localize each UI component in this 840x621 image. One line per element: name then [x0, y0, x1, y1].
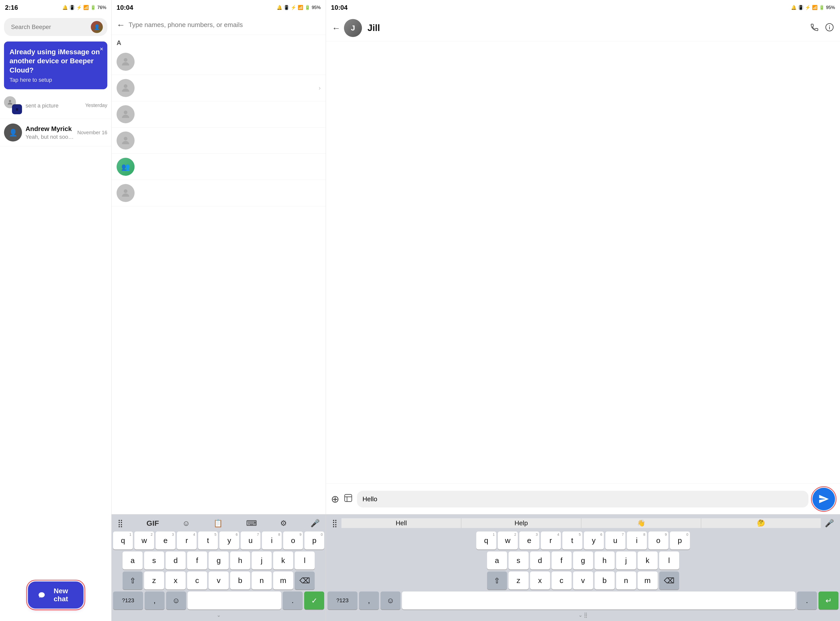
- keyboard-clipboard-icon[interactable]: 📋: [211, 518, 225, 529]
- key-c[interactable]: c: [187, 571, 207, 589]
- key-space[interactable]: [188, 592, 281, 609]
- key3-symbols[interactable]: ?123: [327, 592, 357, 609]
- contact-item[interactable]: [112, 127, 326, 154]
- key3-space[interactable]: [402, 592, 796, 609]
- key-l[interactable]: l: [295, 551, 315, 570]
- add-button[interactable]: ⊕: [331, 494, 339, 504]
- keyboard-hide-btn-3[interactable]: ⌄ ⣿: [327, 610, 839, 619]
- key3-enter[interactable]: ↵: [819, 592, 838, 609]
- search-bar[interactable]: 👤: [4, 18, 107, 36]
- suggestion-help[interactable]: Help: [461, 518, 581, 528]
- keyboard-apps-icon[interactable]: ⣿: [115, 518, 125, 529]
- sticker-button[interactable]: [343, 493, 353, 505]
- key-r[interactable]: 4r: [177, 532, 197, 550]
- key3-i[interactable]: 8i: [627, 532, 647, 550]
- key-a[interactable]: a: [123, 551, 143, 570]
- key3-t[interactable]: 5t: [562, 532, 582, 550]
- key-e[interactable]: 3e: [156, 532, 175, 550]
- key-x[interactable]: x: [166, 571, 185, 589]
- key-v[interactable]: v: [209, 571, 229, 589]
- search-input[interactable]: [11, 24, 86, 30]
- key-backspace[interactable]: ⌫: [295, 571, 315, 589]
- key-enter[interactable]: ✓: [304, 592, 324, 609]
- keyboard-apps-icon-3[interactable]: ⣿: [330, 518, 339, 529]
- key-symbols[interactable]: ?123: [113, 592, 143, 609]
- key3-h[interactable]: h: [595, 551, 615, 570]
- key-m[interactable]: m: [273, 571, 293, 589]
- key-s[interactable]: s: [144, 551, 164, 570]
- jill-avatar[interactable]: J: [344, 19, 362, 37]
- key-d[interactable]: d: [166, 551, 185, 570]
- key3-v[interactable]: v: [573, 571, 593, 589]
- key3-k[interactable]: k: [638, 551, 658, 570]
- suggestion-wave[interactable]: 👋: [581, 518, 701, 528]
- key3-m[interactable]: m: [638, 571, 658, 589]
- key-j[interactable]: j: [252, 551, 272, 570]
- key3-z[interactable]: z: [509, 571, 529, 589]
- contact-item[interactable]: ›: [112, 75, 326, 101]
- imessage-banner[interactable]: × Already using iMessage on another devi…: [4, 41, 107, 89]
- message-input[interactable]: [357, 491, 808, 507]
- key-f[interactable]: f: [187, 551, 207, 570]
- contact-item[interactable]: [112, 180, 326, 206]
- key3-w[interactable]: 2w: [498, 532, 518, 550]
- recipient-input[interactable]: [129, 21, 321, 29]
- key3-l[interactable]: l: [659, 551, 679, 570]
- user-avatar[interactable]: 👤: [91, 21, 103, 33]
- key3-r[interactable]: 4r: [541, 532, 561, 550]
- chat-item[interactable]: ≡ sent a picture Yesterday: [0, 92, 111, 119]
- key-y[interactable]: 6y: [219, 532, 239, 550]
- key3-x[interactable]: x: [530, 571, 550, 589]
- key3-q[interactable]: 1q: [476, 532, 496, 550]
- banner-close-button[interactable]: ×: [100, 45, 103, 53]
- key3-c[interactable]: c: [551, 571, 571, 589]
- contact-item[interactable]: 👥: [112, 154, 326, 180]
- keyboard-emoji-icon[interactable]: ☺: [180, 518, 192, 529]
- contact-item[interactable]: [112, 101, 326, 127]
- key-comma[interactable]: ,: [144, 592, 165, 609]
- key3-comma[interactable]: ,: [359, 592, 379, 609]
- key-g[interactable]: g: [209, 551, 229, 570]
- key-o[interactable]: 9o: [283, 532, 303, 550]
- key-k[interactable]: k: [273, 551, 293, 570]
- contact-item[interactable]: [112, 49, 326, 75]
- key3-backspace[interactable]: ⌫: [659, 571, 679, 589]
- keyboard-mic-icon-3[interactable]: 🎤: [823, 518, 836, 529]
- phone-icon[interactable]: [810, 23, 819, 33]
- keyboard-settings-icon[interactable]: ⚙: [278, 518, 289, 529]
- key-b[interactable]: b: [230, 571, 250, 589]
- key-p[interactable]: 0p: [304, 532, 324, 550]
- key-n[interactable]: n: [252, 571, 272, 589]
- keyboard-mic-icon[interactable]: 🎤: [308, 518, 322, 529]
- key-q[interactable]: 1q: [113, 532, 133, 550]
- key-period[interactable]: .: [283, 592, 303, 609]
- keyboard-layout-icon[interactable]: ⌨: [244, 518, 259, 529]
- suggestion-think[interactable]: 🤔: [701, 518, 821, 528]
- key3-o[interactable]: 9o: [649, 532, 668, 550]
- key3-b[interactable]: b: [595, 571, 615, 589]
- key-z[interactable]: z: [144, 571, 164, 589]
- key3-p[interactable]: 0p: [670, 532, 690, 550]
- info-icon[interactable]: [825, 23, 834, 33]
- key-shift[interactable]: ⇧: [123, 571, 143, 589]
- chat-back-button[interactable]: ←: [332, 23, 340, 33]
- key-h[interactable]: h: [230, 551, 250, 570]
- keyboard-gif-btn[interactable]: GIF: [144, 518, 161, 529]
- key3-g[interactable]: g: [573, 551, 593, 570]
- key-emoji[interactable]: ☺: [166, 592, 186, 609]
- key3-d[interactable]: d: [530, 551, 550, 570]
- key3-a[interactable]: a: [487, 551, 507, 570]
- key3-j[interactable]: j: [616, 551, 636, 570]
- chat-item[interactable]: 👤 Andrew Myrick Yeah, but not soon enoug…: [0, 119, 111, 146]
- key3-emoji[interactable]: ☺: [380, 592, 401, 609]
- key3-u[interactable]: 7u: [605, 532, 625, 550]
- key3-period[interactable]: .: [797, 592, 817, 609]
- key-w[interactable]: 2w: [134, 532, 154, 550]
- key3-y[interactable]: 6y: [584, 532, 604, 550]
- key3-n[interactable]: n: [616, 571, 636, 589]
- key-t[interactable]: 5t: [198, 532, 218, 550]
- keyboard-hide-btn[interactable]: ⌄: [112, 610, 325, 619]
- send-button[interactable]: [813, 488, 835, 510]
- key3-shift[interactable]: ⇧: [487, 571, 507, 589]
- back-button[interactable]: ←: [117, 20, 125, 30]
